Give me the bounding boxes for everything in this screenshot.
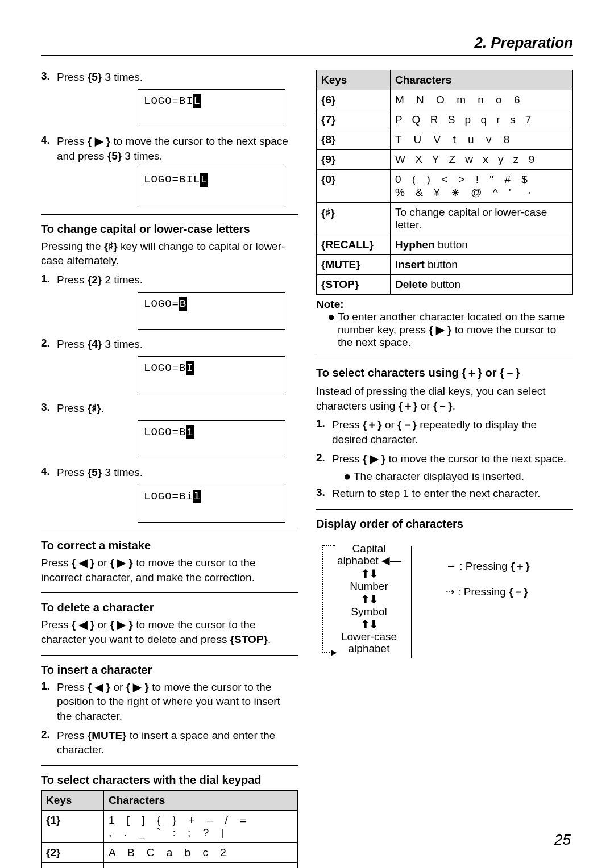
table-row: {MUTE} Insert button	[317, 255, 573, 275]
plusminus-body: Instead of pressing the dial keys, you c…	[316, 384, 573, 413]
lcd-display: LOGO=B	[138, 292, 285, 330]
cc-step-4: 4. Press {5} 3 times.	[41, 465, 298, 480]
order-heading: Display order of characters	[316, 518, 573, 531]
delete-body: Press { ◀ } or { ▶ } to move the cursor …	[41, 617, 298, 646]
lcd-display: LOGO=Bi	[138, 420, 285, 458]
page-header: 2. Preparation	[41, 34, 573, 56]
arrow-right-icon: ▶	[331, 648, 337, 657]
arrow-updown-icon: ⬆⬇	[332, 594, 406, 605]
table-row: {♯} To change capital or lower-case lett…	[317, 203, 573, 235]
diagram-symbol: Symbol	[332, 606, 406, 618]
divider	[316, 509, 573, 510]
step-num: 4.	[41, 134, 57, 163]
dial-table-right: Keys Characters {6} M N O m n o 6 {7} P …	[316, 70, 573, 295]
change-case-heading: To change capital or lower-case letters	[41, 223, 298, 236]
table-head-chars: Characters	[391, 70, 573, 90]
step-body: Press {5} 3 times.	[57, 70, 143, 85]
pm-step-3: 3. Return to step 1 to enter the next ch…	[316, 486, 573, 501]
diagram-legend: → : Pressing {＋} ⇢ : Pressing {－}	[446, 553, 530, 656]
divider	[41, 214, 298, 215]
loop-line-icon	[322, 545, 323, 653]
pm-step-2-bullet: ● The character displayed is inserted.	[343, 470, 573, 483]
page-number: 25	[554, 831, 571, 849]
table-row: {9} W X Y Z w x y z 9	[317, 150, 573, 170]
step-3: 3. Press {5} 3 times.	[41, 70, 298, 85]
dial-heading: To select characters with the dial keypa…	[41, 774, 298, 787]
change-case-body: Pressing the {♯} key will change to capi…	[41, 239, 298, 268]
table-row: {0} 0 ( ) < > ! " # $% & ¥ ⋇ @ ^ ' →	[317, 170, 573, 203]
table-row: {7} P Q R S p q r s 7	[317, 110, 573, 130]
lcd-display: LOGO=Bil	[138, 485, 285, 523]
arrow-updown-icon: ⬆⬇	[332, 568, 406, 579]
lcd-display: LOGO=BILL	[138, 168, 285, 206]
table-row: {STOP} Delete button	[317, 275, 573, 295]
arrow-left-icon: ◀—	[381, 554, 401, 566]
divider	[41, 765, 298, 766]
table-row: {RECALL} Hyphen button	[317, 235, 573, 255]
step-num: 3.	[41, 70, 57, 85]
step-body: Press { ▶ } to move the cursor to the ne…	[57, 134, 298, 163]
table-head-keys: Keys	[42, 790, 104, 810]
bullet-icon: ●	[327, 311, 338, 349]
section-title: 2. Preparation	[475, 34, 573, 52]
ins-step-1: 1. Press { ◀ } or { ▶ } to move the curs…	[41, 680, 298, 724]
table-row: {3} D E F d e f 3	[42, 862, 298, 868]
table-head-chars: Characters	[104, 790, 298, 810]
divider	[41, 592, 298, 593]
delete-heading: To delete a character	[41, 601, 298, 614]
table-row: {8} T U V t u v 8	[317, 130, 573, 150]
dial-table-left: Keys Characters {1} 1 [ ] { } + – / =, .…	[41, 790, 298, 868]
cc-step-3: 3. Press {♯}.	[41, 401, 298, 416]
bullet-icon: ●	[343, 470, 354, 483]
diagram-lower: Lower-case alphabet	[332, 631, 406, 655]
note-heading: Note:	[316, 298, 573, 311]
divider	[41, 531, 298, 531]
table-row: {6} M N O m n o 6	[317, 90, 573, 110]
plusminus-heading: To select characters using {＋} or {－}	[316, 365, 573, 381]
diagram-number: Number	[332, 581, 406, 592]
arrow-updown-icon: ⬆⬇	[332, 619, 406, 630]
cc-step-1: 1. Press {2} 2 times.	[41, 273, 298, 287]
divider	[41, 655, 298, 656]
note-bullet: ● To enter another character located on …	[327, 311, 573, 349]
lcd-display: LOGO=BI	[138, 356, 285, 394]
lcd-display: LOGO=BIL	[138, 89, 285, 127]
step-4: 4. Press { ▶ } to move the cursor to the…	[41, 134, 298, 163]
divider	[316, 357, 573, 357]
diagram-capital: Capital alphabet ◀—	[332, 543, 406, 567]
insert-heading: To insert a character	[41, 663, 298, 677]
right-column: Keys Characters {6} M N O m n o 6 {7} P …	[316, 70, 573, 868]
cc-step-2: 2. Press {4} 3 times.	[41, 337, 298, 352]
table-row: {2} A B C a b c 2	[42, 842, 298, 862]
ins-step-2: 2. Press {MUTE} to insert a space and en…	[41, 728, 298, 757]
correct-heading: To correct a mistake	[41, 539, 298, 552]
correct-body: Press { ◀ } or { ▶ } to move the cursor …	[41, 556, 298, 585]
left-column: 3. Press {5} 3 times. LOGO=BIL 4. Press …	[41, 70, 298, 868]
pm-step-2: 2. Press { ▶ } to move the cursor to the…	[316, 452, 573, 466]
table-head-keys: Keys	[317, 70, 391, 90]
pm-step-1: 1. Press {＋} or {－} repeatedly to displa…	[316, 418, 573, 446]
bracket-line-icon	[411, 546, 412, 658]
table-row: {1} 1 [ ] { } + – / =, . _ ` : ; ? |	[42, 810, 298, 842]
character-order-diagram: ▶ Capital alphabet ◀— ⬆⬇ Number ⬆⬇ Symbo…	[316, 534, 573, 656]
